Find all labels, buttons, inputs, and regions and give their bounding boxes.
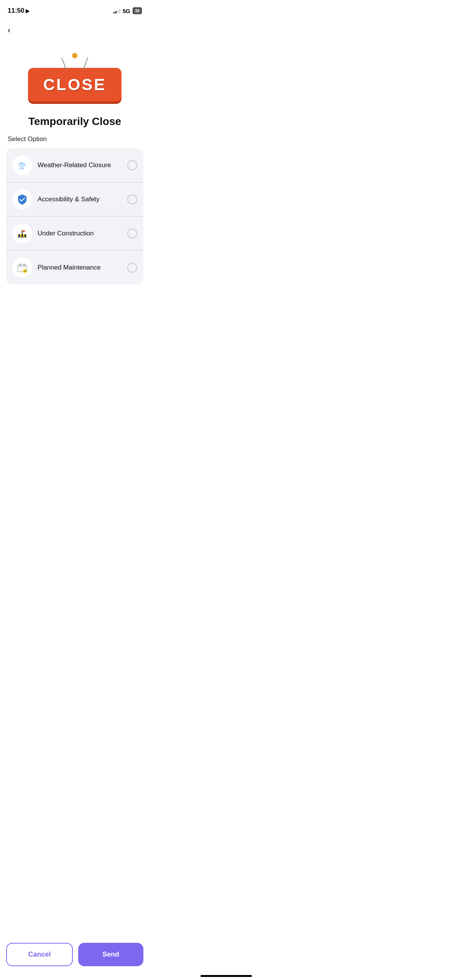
safety-radio[interactable] — [127, 194, 137, 204]
status-right: 5G 38 — [113, 7, 142, 14]
svg-rect-8 — [18, 234, 20, 237]
time-display: 11:50 — [8, 7, 24, 15]
string-left — [61, 58, 67, 71]
construction-label: Under Construction — [38, 230, 122, 237]
svg-marker-12 — [23, 230, 26, 232]
close-sign-text: CLOSE — [43, 76, 107, 94]
svg-rect-6 — [18, 237, 27, 238]
options-list: Weather-Related Closure Accessibility & … — [6, 148, 143, 284]
close-sign-board: CLOSE — [28, 68, 122, 102]
back-chevron-icon: ‹ — [8, 25, 10, 35]
svg-rect-9 — [21, 234, 23, 237]
svg-rect-10 — [25, 234, 26, 237]
option-safety[interactable]: Accessibility & Safety — [6, 183, 143, 217]
string-right — [83, 58, 88, 71]
weather-icon — [12, 155, 32, 175]
svg-rect-14 — [18, 265, 27, 267]
svg-rect-15 — [20, 263, 21, 266]
close-sign-illustration: CLOSE — [0, 41, 150, 109]
svg-line-3 — [20, 168, 20, 169]
signal-icon — [113, 8, 120, 13]
maintenance-radio[interactable] — [127, 263, 137, 273]
svg-line-4 — [21, 168, 22, 169]
maintenance-label: Planned Maintenance — [38, 264, 122, 271]
construction-radio[interactable] — [127, 229, 137, 238]
back-button[interactable]: ‹ — [0, 19, 150, 41]
svg-line-5 — [23, 168, 23, 169]
safety-label: Accessibility & Safety — [38, 196, 122, 203]
svg-rect-16 — [24, 263, 25, 266]
status-time: 11:50 ▶ — [8, 7, 30, 15]
select-option-label: Select Option — [0, 131, 150, 147]
svg-rect-11 — [22, 230, 23, 234]
network-type: 5G — [123, 8, 130, 14]
maintenance-icon — [12, 258, 32, 278]
option-weather[interactable]: Weather-Related Closure — [6, 148, 143, 183]
battery-level: 38 — [135, 8, 140, 13]
construction-icon — [12, 224, 32, 243]
page-title: Temporarily Close — [0, 109, 150, 131]
svg-point-2 — [18, 164, 22, 167]
weather-label: Weather-Related Closure — [38, 161, 122, 169]
hanging-strings — [54, 58, 96, 71]
weather-radio[interactable] — [127, 160, 137, 170]
option-construction[interactable]: Under Construction — [6, 217, 143, 251]
battery-icon: 38 — [133, 7, 142, 14]
option-maintenance[interactable]: Planned Maintenance — [6, 251, 143, 284]
location-arrow-icon: ▶ — [26, 8, 30, 14]
status-bar: 11:50 ▶ 5G 38 — [0, 0, 150, 19]
safety-icon — [12, 189, 32, 209]
hanging-point — [72, 53, 77, 58]
